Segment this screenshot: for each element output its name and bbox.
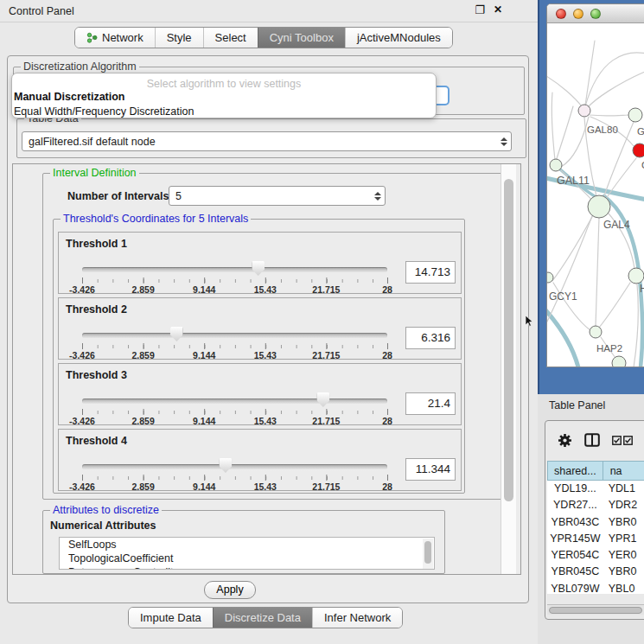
tab[interactable]: Network	[75, 28, 155, 48]
network-node[interactable]	[590, 326, 602, 338]
network-node[interactable]	[628, 268, 644, 284]
apply-button[interactable]: Apply	[204, 581, 256, 599]
threshold-value-field[interactable]: 6.316	[405, 327, 456, 349]
network-edge[interactable]	[634, 284, 638, 367]
cell-name[interactable]: YBR0	[603, 514, 644, 531]
network-edge[interactable]	[587, 71, 644, 108]
network-node[interactable]	[550, 159, 562, 171]
num-intervals-combo[interactable]: 5	[169, 186, 386, 206]
slider-track[interactable]	[82, 267, 387, 272]
table-row[interactable]: YDR27... YDR2	[547, 497, 644, 513]
threshold-value-field[interactable]: 14.713	[405, 261, 456, 284]
threshold-slider[interactable]: -3.426 2.859 9.144 15.43 21.715 28	[82, 397, 387, 426]
network-edge[interactable]	[585, 53, 644, 106]
scale-label: 2.859	[131, 284, 154, 295]
table-panel-title: Table Panel	[549, 399, 605, 411]
algorithm-option[interactable]: Manual Discretization	[12, 90, 436, 105]
cell-name[interactable]: YBR0	[603, 564, 644, 580]
tab[interactable]: Cyni Toolbox	[258, 28, 345, 48]
cell-shared-name[interactable]: YDR27...	[547, 497, 603, 513]
select-columns-checkbox-icon[interactable]	[612, 436, 633, 445]
tab[interactable]: Select	[203, 28, 258, 48]
node-label: HAP2	[596, 343, 622, 354]
network-edge[interactable]	[552, 215, 593, 281]
attribute-item[interactable]: BetweennessCentrality	[60, 565, 434, 570]
network-edge[interactable]	[585, 41, 595, 105]
gear-icon[interactable]	[558, 433, 572, 448]
network-node[interactable]	[547, 272, 553, 283]
table-hscrollbar[interactable]	[547, 604, 644, 615]
network-edge[interactable]	[552, 92, 555, 160]
combo-stepper-icon[interactable]	[371, 192, 385, 201]
slider-track[interactable]	[82, 464, 387, 469]
network-edge[interactable]	[590, 115, 629, 116]
cell-name[interactable]: YPR1	[603, 531, 644, 547]
slider-track[interactable]	[82, 333, 387, 338]
slider-thumb[interactable]	[316, 392, 329, 407]
threshold-slider[interactable]: -3.426 2.859 9.144 15.43 21.715 28	[82, 462, 387, 492]
threshold-value-field[interactable]: 11.344	[405, 458, 456, 481]
cell-shared-name[interactable]: YBR045C	[547, 564, 603, 580]
slider-thumb[interactable]	[252, 261, 265, 276]
threshold-value-field[interactable]: 21.4	[405, 392, 456, 415]
panel-scrollbar[interactable]	[501, 164, 516, 574]
attribute-item[interactable]: TopologicalCoefficient	[60, 552, 434, 565]
combo-stepper-icon[interactable]	[497, 137, 511, 146]
network-node[interactable]	[628, 108, 642, 122]
table-row[interactable]: YPR145W YPR1	[547, 531, 644, 547]
mac-zoom-icon[interactable]	[590, 9, 601, 19]
scale-label: 28	[382, 416, 392, 426]
mac-close-icon[interactable]	[556, 9, 566, 19]
columns-icon[interactable]	[584, 433, 600, 447]
bottom-tab[interactable]: Infer Network	[312, 608, 402, 628]
bottom-tab[interactable]: Discretize Data	[213, 608, 312, 628]
table-row[interactable]: YBR045C YBR0	[547, 564, 644, 580]
close-icon[interactable]: ✕	[490, 3, 506, 19]
algorithm-option[interactable]: Equal Width/Frequency Discretization	[12, 105, 436, 118]
table-row[interactable]: YBR043C YBR0	[547, 514, 644, 531]
column-header-shared-name[interactable]: shared...	[547, 461, 603, 481]
cell-name[interactable]: YBL0	[603, 581, 644, 594]
scale-label: 28	[382, 350, 392, 360]
tab[interactable]: jActiveMNodules	[345, 28, 452, 48]
algorithm-combo-focus-fragment[interactable]	[437, 86, 450, 105]
table-row[interactable]: YDL19... YDL1	[547, 481, 644, 497]
column-header-name[interactable]: na	[603, 461, 644, 481]
network-node[interactable]	[588, 195, 610, 218]
cell-name[interactable]: YDR2	[603, 497, 644, 513]
network-node[interactable]	[578, 105, 590, 117]
table-data-combo[interactable]: galFiltered.sif default node	[22, 131, 512, 151]
threshold-panel: Threshold 3 -3.426 2.859 9.144	[58, 363, 462, 425]
slider-thumb[interactable]	[219, 458, 232, 473]
network-edge[interactable]	[556, 106, 573, 162]
float-window-icon[interactable]: ❐	[472, 3, 488, 19]
network-node[interactable]	[633, 143, 644, 157]
threshold-slider[interactable]: -3.426 2.859 9.144 15.43 21.715 28	[82, 265, 387, 295]
network-node[interactable]	[612, 356, 626, 367]
cell-name[interactable]: YER0	[603, 547, 644, 564]
cell-name[interactable]: YDL1	[603, 481, 644, 497]
slider-track[interactable]	[82, 399, 387, 404]
mac-minimize-icon[interactable]	[573, 9, 583, 19]
panel-scrollbar-thumb[interactable]	[504, 179, 513, 501]
network-edge[interactable]	[599, 283, 630, 328]
numerical-attributes-list[interactable]: SelfLoopsTopologicalCoefficientBetweenne…	[59, 537, 435, 570]
bottom-tab[interactable]: Impute Data	[129, 608, 213, 628]
control-panel-titlebar: Control Panel ❐ ✕	[0, 0, 538, 22]
network-edge[interactable]	[596, 218, 599, 326]
slider-thumb[interactable]	[170, 327, 183, 341]
cell-shared-name[interactable]: YPR145W	[547, 531, 603, 547]
attributes-scrollbar[interactable]	[423, 539, 433, 570]
cell-shared-name[interactable]: YER054C	[547, 547, 603, 564]
network-edge[interactable]	[547, 216, 592, 322]
table-hscrollbar-thumb[interactable]	[549, 607, 642, 614]
tab[interactable]: Style	[155, 28, 203, 48]
attribute-item[interactable]: SelfLoops	[60, 538, 434, 552]
cell-shared-name[interactable]: YBL079W	[547, 581, 603, 594]
table-row[interactable]: YER054C YER0	[547, 547, 644, 564]
cell-shared-name[interactable]: YBR043C	[547, 514, 603, 531]
network-svg[interactable]: GAL80GACGAL11GAL4GCY1HHAP2	[547, 23, 644, 367]
table-row[interactable]: YBL079W YBL0	[547, 581, 644, 594]
threshold-slider[interactable]: -3.426 2.859 9.144 15.43 21.715 28	[82, 331, 387, 360]
cell-shared-name[interactable]: YDL19...	[547, 481, 603, 497]
